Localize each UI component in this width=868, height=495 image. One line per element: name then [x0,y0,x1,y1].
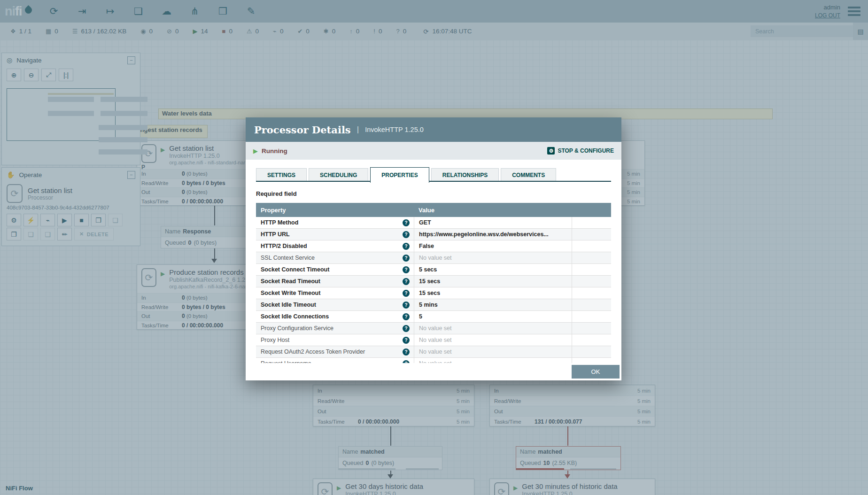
property-name-cell: Socket Idle Timeout? [256,299,414,310]
property-row: Proxy Configuration Service?No value set [256,323,611,334]
properties-table-header: Property Value [256,203,611,217]
property-name: Socket Connect Timeout [261,266,329,273]
processor-details-dialog: Processor Details | InvokeHTTP 1.25.0 ▶ … [246,117,621,380]
property-extra-cell [572,276,611,287]
property-name-cell: SSL Context Service? [256,252,414,263]
properties-table: HTTP Method?GETHTTP URL?https://www.pege… [256,217,611,363]
property-row: HTTP URL?https://www.pegelonline.wsv.de/… [256,229,611,240]
property-value-cell: 5 mins [414,299,572,310]
property-row: Socket Idle Connections?5 [256,311,611,323]
property-extra-cell [572,229,611,240]
property-value-cell: No value set [414,346,572,357]
property-name: Request Username [261,360,311,363]
property-value-cell: No value set [414,358,572,363]
property-name-cell: Request OAuth2 Access Token Provider? [256,346,414,357]
stop-and-configure-button[interactable]: ⚙ STOP & CONFIGURE [547,147,614,155]
property-value-cell: 15 secs [414,287,572,299]
property-value-cell: https://www.pegelonline.wsv.de/webservic… [414,229,572,240]
property-extra-cell [572,287,611,299]
help-icon[interactable]: ? [403,219,410,226]
property-extra-cell [572,264,611,275]
help-icon[interactable]: ? [403,302,410,309]
property-name-cell: Socket Write Timeout? [256,287,414,299]
property-name-cell: Proxy Host? [256,334,414,346]
processor-status-row: ▶ Running ⚙ STOP & CONFIGURE [246,142,621,160]
property-name: Proxy Host [261,337,289,343]
property-row: Request OAuth2 Access Token Provider?No … [256,346,611,358]
property-row: HTTP/2 Disabled?False [256,240,611,252]
help-icon[interactable]: ? [403,290,410,297]
tab-relationships[interactable]: RELATIONSHIPS [431,168,499,182]
dialog-subtitle: InvokeHTTP 1.25.0 [365,126,424,133]
property-name: Socket Write Timeout [261,290,320,296]
dialog-tabs: SETTINGSSCHEDULINGPROPERTIESRELATIONSHIP… [256,167,611,182]
help-icon[interactable]: ? [403,243,410,250]
property-name-cell: HTTP URL? [256,229,414,240]
property-row: Socket Idle Timeout?5 mins [256,299,611,311]
property-name-cell: Request Username? [256,358,414,363]
help-icon[interactable]: ? [403,325,410,332]
value-column-header: Value [414,207,611,214]
property-name: Request OAuth2 Access Token Provider [261,348,365,355]
property-value-cell: 5 secs [414,264,572,275]
property-row: Request Username?No value set [256,358,611,363]
tab-comments[interactable]: COMMENTS [501,168,556,182]
help-icon[interactable]: ? [403,360,410,364]
help-icon[interactable]: ? [403,348,410,356]
help-icon[interactable]: ? [403,231,410,238]
property-name-cell: Socket Idle Connections? [256,311,414,322]
run-status-text: Running [262,147,287,155]
property-value-cell: 15 secs [414,276,572,287]
property-name: HTTP URL [261,231,290,238]
property-name: HTTP Method [261,219,298,226]
gear-icon: ⚙ [547,147,555,155]
property-value-cell: No value set [414,252,572,263]
property-name: SSL Context Service [261,255,315,261]
property-name-cell: HTTP Method? [256,217,414,228]
property-value-cell: False [414,240,572,252]
property-name: Socket Read Timeout [261,278,320,285]
help-icon[interactable]: ? [403,255,410,262]
property-extra-cell [572,311,611,322]
tab-settings[interactable]: SETTINGS [256,168,307,182]
property-row: HTTP Method?GET [256,217,611,229]
property-row: Socket Connect Timeout?5 secs [256,264,611,276]
dialog-title: Processor Details [254,124,351,136]
property-row: Proxy Host?No value set [256,334,611,346]
property-extra-cell [572,240,611,252]
tab-properties[interactable]: PROPERTIES [370,167,429,183]
property-row: SSL Context Service?No value set [256,252,611,264]
property-name-cell: HTTP/2 Disabled? [256,240,414,252]
help-icon[interactable]: ? [403,313,410,320]
property-name-cell: Socket Connect Timeout? [256,264,414,275]
required-field-note: Required field [256,190,611,197]
property-extra-cell [572,346,611,357]
dialog-header: Processor Details | InvokeHTTP 1.25.0 [246,117,621,142]
property-row: Socket Read Timeout?15 secs [256,276,611,287]
property-name-cell: Proxy Configuration Service? [256,323,414,334]
property-extra-cell [572,217,611,228]
help-icon[interactable]: ? [403,278,410,285]
property-value-cell: No value set [414,334,572,346]
help-icon[interactable]: ? [403,337,410,344]
property-extra-cell [572,358,611,363]
property-extra-cell [572,323,611,334]
property-name: Proxy Configuration Service [261,325,333,332]
property-name: HTTP/2 Disabled [261,243,307,249]
property-name: Socket Idle Connections [261,313,329,320]
property-row: Socket Write Timeout?15 secs [256,287,611,299]
tab-scheduling[interactable]: SCHEDULING [309,168,368,182]
property-name-cell: Socket Read Timeout? [256,276,414,287]
property-extra-cell [572,252,611,263]
property-extra-cell [572,334,611,346]
running-icon: ▶ [253,147,258,155]
property-value-cell: GET [414,217,572,228]
property-column-header: Property [256,207,414,214]
property-extra-cell [572,299,611,310]
property-value-cell: 5 [414,311,572,322]
property-name: Socket Idle Timeout [261,302,316,308]
property-value-cell: No value set [414,323,572,334]
ok-button[interactable]: OK [572,365,620,379]
help-icon[interactable]: ? [403,266,410,273]
